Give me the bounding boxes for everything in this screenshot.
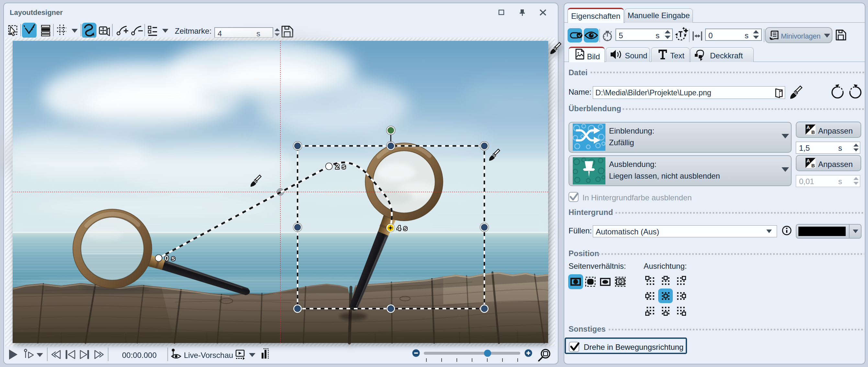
svg-text:0 s: 0 s [165,254,176,262]
svg-text:A: A [806,158,810,163]
svg-text:A: A [806,124,810,130]
svg-text:B: B [811,163,815,168]
svg-text:2 s: 2 s [335,163,346,171]
svg-text:B: B [811,129,815,135]
svg-text:4 s: 4 s [397,224,408,232]
